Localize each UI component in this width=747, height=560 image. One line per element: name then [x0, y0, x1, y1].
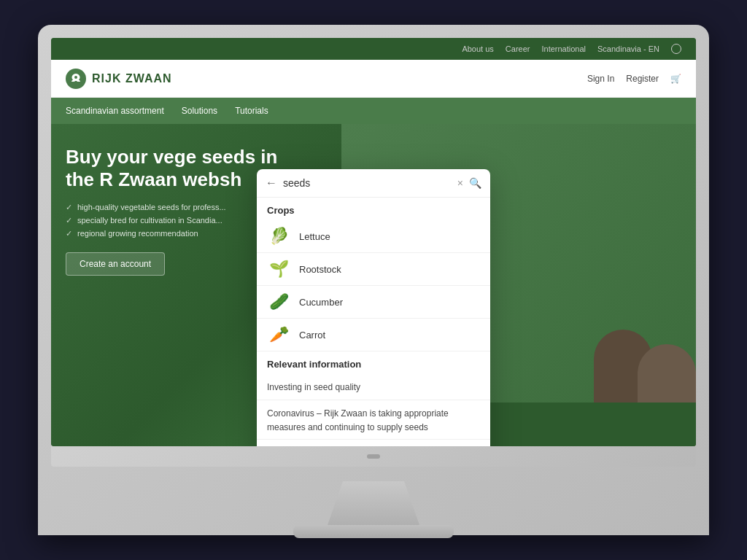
sign-in-link[interactable]: Sign In	[587, 74, 614, 84]
utility-about[interactable]: About us	[462, 44, 493, 53]
relevant-text-1: Coronavirus – Rijk Zwaan is taking appro…	[267, 408, 449, 432]
main-nav: RIJK ZWAAN Sign In Register 🛒	[51, 60, 696, 98]
search-back-button[interactable]: ←	[266, 176, 277, 190]
utility-international[interactable]: International	[541, 44, 586, 53]
monitor: About us Career International Scandinavi…	[38, 25, 709, 535]
relevant-item-1[interactable]: Coronavirus – Rijk Zwaan is taking appro…	[257, 400, 490, 440]
crop-item-lettuce[interactable]: 🥬 Lettuce	[257, 220, 490, 253]
utility-bar: About us Career International Scandinavi…	[51, 38, 696, 60]
utility-region[interactable]: Scandinavia - EN	[597, 44, 659, 53]
logo: RIJK ZWAAN	[66, 69, 172, 89]
relevant-item-2[interactable]: aubergine-seeds	[257, 440, 490, 446]
nav-scandinavian[interactable]: Scandinavian assortment	[66, 106, 164, 116]
relevant-text-0: Investing in seed quality	[267, 382, 360, 392]
relevant-section-label: Relevant information	[257, 351, 490, 374]
crops-section-label: Crops	[257, 198, 490, 220]
cucumber-icon: 🥒	[267, 292, 290, 311]
cart-icon[interactable]: 🛒	[670, 74, 681, 84]
search-input[interactable]	[283, 177, 452, 189]
crop-item-rootstock[interactable]: 🌱 Rootstock	[257, 253, 490, 286]
secondary-nav: Scandinavian assortment Solutions Tutori…	[51, 98, 696, 124]
search-bar: ← × 🔍	[257, 169, 490, 198]
crop-item-carrot[interactable]: 🥕 Carrot	[257, 319, 490, 351]
nav-tutorials[interactable]: Tutorials	[235, 106, 268, 116]
monitor-screen: About us Career International Scandinavi…	[51, 38, 696, 446]
website: About us Career International Scandinavi…	[51, 38, 696, 446]
nav-right: Sign In Register 🛒	[587, 74, 681, 84]
register-link[interactable]: Register	[626, 74, 659, 84]
relevant-item-0[interactable]: Investing in seed quality	[257, 374, 490, 400]
utility-career[interactable]: Career	[506, 44, 530, 53]
globe-icon	[671, 44, 681, 54]
carrot-label: Carrot	[299, 330, 325, 341]
svg-point-0	[74, 76, 77, 79]
monitor-stand	[322, 481, 425, 525]
rootstock-label: Rootstock	[299, 264, 341, 275]
lettuce-label: Lettuce	[299, 231, 330, 242]
logo-icon	[66, 69, 86, 89]
crop-item-cucumber[interactable]: 🥒 Cucumber	[257, 286, 490, 319]
dropdown-content: Crops 🥬 Lettuce 🌱 Rootstock 🥒 Cucumber	[257, 198, 490, 446]
hero-section: Buy your vege seeds in the R Zwaan websh…	[51, 124, 696, 446]
monitor-base	[293, 525, 454, 538]
lettuce-icon: 🥬	[267, 227, 290, 246]
create-account-button[interactable]: Create an account	[66, 252, 165, 276]
cucumber-label: Cucumber	[299, 297, 343, 308]
carrot-icon: 🥕	[267, 325, 290, 344]
relevant-section: Relevant information Investing in seed q…	[257, 351, 490, 446]
rootstock-icon: 🌱	[267, 260, 290, 279]
nav-solutions[interactable]: Solutions	[182, 106, 217, 116]
logo-text: RIJK ZWAAN	[92, 72, 172, 85]
search-clear-button[interactable]: ×	[457, 177, 463, 189]
monitor-bezel-bottom	[51, 446, 696, 467]
search-dropdown: ← × 🔍 Crops 🥬 Lettuce 🌱 Roots	[257, 169, 490, 446]
search-submit-button[interactable]: 🔍	[469, 177, 481, 189]
monitor-button	[367, 454, 380, 459]
